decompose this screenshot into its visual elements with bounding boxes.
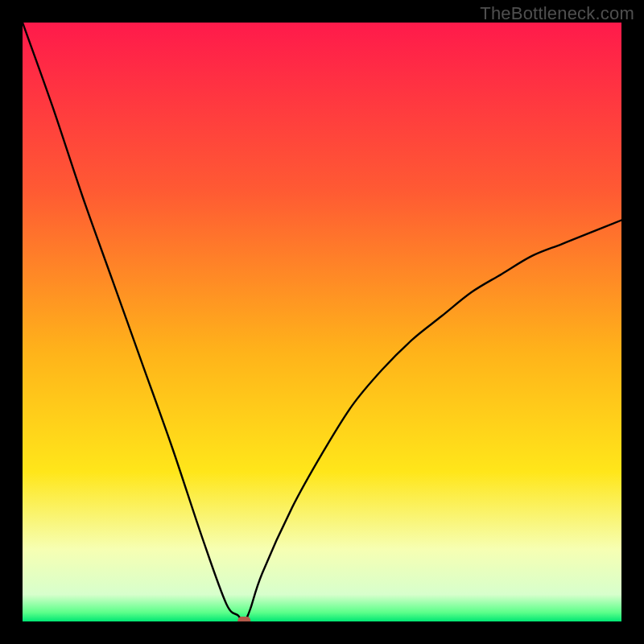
plot-area <box>23 23 621 621</box>
watermark-text: TheBottleneck.com <box>480 3 634 24</box>
svg-rect-0 <box>237 617 250 621</box>
minimum-marker <box>237 617 250 621</box>
gradient-background <box>23 23 621 621</box>
chart-frame: TheBottleneck.com <box>0 0 644 644</box>
bottleneck-chart <box>23 23 621 621</box>
